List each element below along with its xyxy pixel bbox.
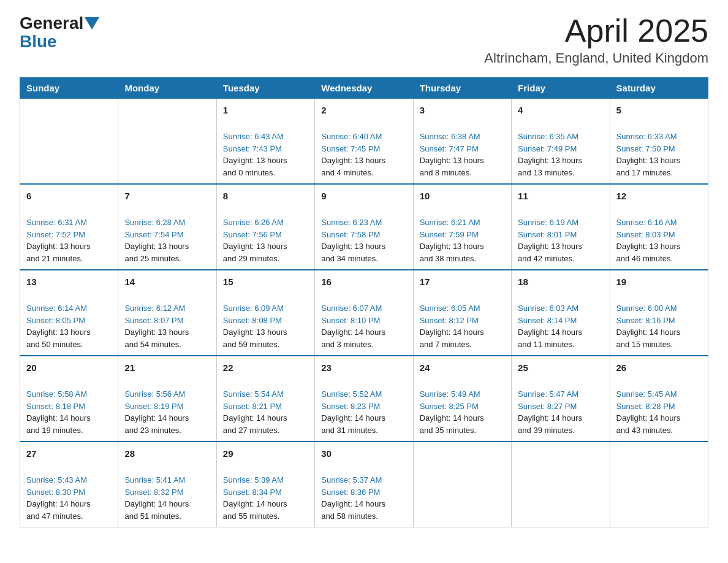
sunrise-text: Sunrise: 6:31 AM — [26, 218, 87, 227]
sunset-text: Sunset: 8:36 PM — [321, 488, 380, 497]
sunset-text: Sunset: 8:25 PM — [420, 402, 479, 411]
day-number: 20 — [26, 361, 112, 375]
daylight-line2: and 0 minutes. — [223, 168, 275, 177]
day-number: 15 — [223, 275, 308, 289]
daylight-line1: Daylight: 13 hours — [420, 156, 484, 165]
calendar-cell: 2Sunrise: 6:40 AM Sunset: 7:45 PMDayligh… — [315, 99, 413, 185]
daylight-line1: Daylight: 13 hours — [124, 242, 189, 251]
daylight-line1: Daylight: 14 hours — [124, 499, 189, 508]
daylight-line2: and 4 minutes. — [321, 168, 373, 177]
daylight-line1: Daylight: 13 hours — [26, 327, 91, 337]
day-number: 1 — [223, 104, 308, 118]
calendar-cell: 26Sunrise: 5:45 AM Sunset: 8:28 PMDaylig… — [610, 356, 708, 442]
day-number: 22 — [223, 361, 308, 375]
sunset-text: Sunset: 7:52 PM — [26, 230, 85, 239]
sunrise-text: Sunrise: 5:54 AM — [223, 389, 284, 399]
sunrise-text: Sunrise: 6:40 AM — [321, 132, 382, 141]
month-title: April 2025 — [484, 15, 708, 47]
day-number: 8 — [223, 190, 308, 204]
weekday-header-thursday: Thursday — [413, 78, 511, 99]
calendar-cell: 8Sunrise: 6:26 AM Sunset: 7:56 PMDayligh… — [216, 184, 314, 270]
title-block: April 2025 Altrincham, England, United K… — [484, 15, 708, 66]
sunrise-text: Sunrise: 5:52 AM — [321, 389, 382, 399]
logo-triangle-icon — [85, 17, 99, 29]
daylight-line1: Daylight: 14 hours — [321, 413, 385, 423]
day-number: 30 — [321, 447, 406, 461]
sunset-text: Sunset: 8:28 PM — [616, 402, 675, 411]
daylight-line2: and 38 minutes. — [420, 254, 477, 263]
daylight-line1: Daylight: 13 hours — [420, 242, 484, 251]
sunrise-text: Sunrise: 6:23 AM — [321, 218, 382, 227]
daylight-line1: Daylight: 14 hours — [420, 413, 484, 423]
day-number: 5 — [616, 104, 702, 118]
daylight-line1: Daylight: 14 hours — [26, 499, 91, 508]
daylight-line2: and 43 minutes. — [616, 426, 673, 435]
daylight-line1: Daylight: 14 hours — [518, 327, 582, 337]
daylight-line1: Daylight: 14 hours — [616, 413, 681, 423]
sunrise-text: Sunrise: 6:00 AM — [616, 304, 677, 313]
weekday-header-tuesday: Tuesday — [216, 78, 314, 99]
sunrise-text: Sunrise: 6:21 AM — [420, 218, 480, 227]
daylight-line2: and 7 minutes. — [420, 340, 472, 349]
day-number: 16 — [321, 275, 406, 289]
daylight-line2: and 25 minutes. — [124, 254, 181, 263]
sunrise-text: Sunrise: 5:58 AM — [26, 389, 87, 399]
sunrise-text: Sunrise: 6:38 AM — [420, 132, 480, 141]
daylight-line2: and 50 minutes. — [26, 340, 83, 349]
daylight-line2: and 23 minutes. — [124, 426, 181, 435]
daylight-line1: Daylight: 14 hours — [223, 499, 287, 508]
daylight-line1: Daylight: 13 hours — [616, 242, 681, 251]
calendar-cell: 9Sunrise: 6:23 AM Sunset: 7:58 PMDayligh… — [315, 184, 413, 270]
day-number: 19 — [616, 275, 702, 289]
daylight-line2: and 34 minutes. — [321, 254, 378, 263]
calendar-cell: 4Sunrise: 6:35 AM Sunset: 7:49 PMDayligh… — [512, 99, 610, 185]
calendar-cell: 11Sunrise: 6:19 AM Sunset: 8:01 PMDaylig… — [512, 184, 610, 270]
day-number: 23 — [321, 361, 406, 375]
calendar-cell: 6Sunrise: 6:31 AM Sunset: 7:52 PMDayligh… — [20, 184, 118, 270]
sunset-text: Sunset: 8:03 PM — [616, 230, 675, 239]
calendar-cell: 19Sunrise: 6:00 AM Sunset: 8:16 PMDaylig… — [610, 270, 708, 356]
calendar-cell: 24Sunrise: 5:49 AM Sunset: 8:25 PMDaylig… — [413, 356, 511, 442]
sunset-text: Sunset: 8:32 PM — [124, 488, 183, 497]
sunrise-text: Sunrise: 6:07 AM — [321, 304, 382, 313]
calendar-cell: 22Sunrise: 5:54 AM Sunset: 8:21 PMDaylig… — [216, 356, 314, 442]
day-number: 24 — [420, 361, 505, 375]
sunrise-text: Sunrise: 6:33 AM — [616, 132, 677, 141]
daylight-line1: Daylight: 13 hours — [518, 156, 582, 165]
sunrise-text: Sunrise: 6:12 AM — [124, 304, 185, 313]
day-number: 21 — [124, 361, 210, 375]
calendar-cell: 13Sunrise: 6:14 AM Sunset: 8:05 PMDaylig… — [20, 270, 118, 356]
daylight-line1: Daylight: 13 hours — [321, 156, 385, 165]
sunset-text: Sunset: 8:05 PM — [26, 316, 85, 325]
daylight-line1: Daylight: 13 hours — [616, 156, 681, 165]
sunset-text: Sunset: 7:59 PM — [420, 230, 479, 239]
calendar-week-row: 20Sunrise: 5:58 AM Sunset: 8:18 PMDaylig… — [20, 356, 708, 442]
day-number: 12 — [616, 190, 702, 204]
sunset-text: Sunset: 7:58 PM — [321, 230, 380, 239]
sunrise-text: Sunrise: 6:43 AM — [223, 132, 284, 141]
sunrise-text: Sunrise: 6:05 AM — [420, 304, 480, 313]
daylight-line2: and 58 minutes. — [321, 511, 378, 521]
sunset-text: Sunset: 7:50 PM — [616, 144, 675, 153]
daylight-line2: and 35 minutes. — [420, 426, 477, 435]
calendar-week-row: 1Sunrise: 6:43 AM Sunset: 7:43 PMDayligh… — [20, 99, 708, 185]
sunset-text: Sunset: 8:27 PM — [518, 402, 577, 411]
sunset-text: Sunset: 7:56 PM — [223, 230, 282, 239]
day-number: 4 — [518, 104, 603, 118]
daylight-line2: and 19 minutes. — [26, 426, 83, 435]
daylight-line2: and 8 minutes. — [420, 168, 472, 177]
sunrise-text: Sunrise: 6:03 AM — [518, 304, 578, 313]
calendar-cell: 20Sunrise: 5:58 AM Sunset: 8:18 PMDaylig… — [20, 356, 118, 442]
daylight-line1: Daylight: 14 hours — [321, 499, 385, 508]
day-number: 2 — [321, 104, 406, 118]
calendar-cell: 30Sunrise: 5:37 AM Sunset: 8:36 PMDaylig… — [315, 442, 413, 527]
daylight-line2: and 3 minutes. — [321, 340, 373, 349]
calendar-cell: 23Sunrise: 5:52 AM Sunset: 8:23 PMDaylig… — [315, 356, 413, 442]
calendar-cell: 10Sunrise: 6:21 AM Sunset: 7:59 PMDaylig… — [413, 184, 511, 270]
calendar-cell: 29Sunrise: 5:39 AM Sunset: 8:34 PMDaylig… — [216, 442, 314, 527]
daylight-line1: Daylight: 14 hours — [124, 413, 189, 423]
sunrise-text: Sunrise: 5:41 AM — [124, 475, 185, 484]
sunset-text: Sunset: 7:45 PM — [321, 144, 380, 153]
calendar-cell: 27Sunrise: 5:43 AM Sunset: 8:30 PMDaylig… — [20, 442, 118, 527]
daylight-line2: and 42 minutes. — [518, 254, 575, 263]
